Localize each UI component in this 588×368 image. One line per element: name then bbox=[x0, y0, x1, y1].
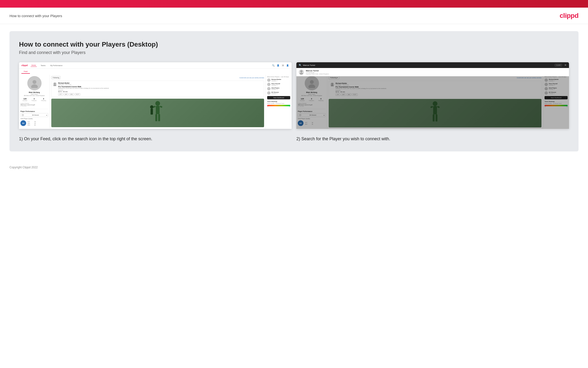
stat-followers: 3 Followers bbox=[32, 98, 36, 101]
svg-point-13 bbox=[308, 84, 315, 88]
player-avatar-2 bbox=[267, 83, 271, 86]
quality-score: 84 bbox=[20, 120, 26, 126]
team-heatmap-title: Team Heatmap bbox=[267, 101, 290, 102]
player-select-2: Eli Vincent ▾ bbox=[298, 113, 325, 117]
header: How to connect with your Players clippd bbox=[0, 8, 588, 24]
svg-rect-9 bbox=[158, 114, 160, 121]
player-avatar-1 bbox=[267, 78, 271, 82]
player-item-2: Piers Parnell Activities: 4 bbox=[267, 83, 290, 86]
following-button[interactable]: Following bbox=[51, 76, 61, 79]
svg-point-16 bbox=[433, 101, 438, 106]
settings-icon[interactable]: ⚙ bbox=[281, 64, 284, 67]
activity-desc: Walking the course with my coach to buil… bbox=[58, 87, 109, 89]
svg-point-3 bbox=[53, 85, 56, 86]
result-club: Cypress Point Club, United Kingdom bbox=[306, 73, 329, 75]
result-name: Marcus Turner bbox=[306, 70, 329, 72]
nav-my-performance[interactable]: My Performance bbox=[49, 64, 63, 67]
svg-rect-17 bbox=[433, 106, 437, 114]
svg-rect-19 bbox=[437, 106, 440, 108]
heatmap-low: -5 bbox=[267, 106, 268, 107]
activity-name: Pre Tournament Course Walk bbox=[58, 86, 109, 87]
page-title: How to connect with your Players bbox=[9, 14, 62, 18]
svg-point-23 bbox=[299, 73, 303, 75]
app-body-1: Blair McHarg Golf Coach Mill Ride Golf C… bbox=[19, 75, 292, 129]
metric-bars: OTT 79 APP 70 bbox=[27, 121, 36, 126]
feed-tab[interactable]: Feed bbox=[21, 70, 30, 74]
caption-2: 2) Search for the Player you wish to con… bbox=[296, 136, 569, 142]
svg-rect-5 bbox=[156, 106, 160, 114]
svg-rect-11 bbox=[150, 109, 153, 115]
close-icon[interactable]: ✕ bbox=[564, 64, 567, 67]
hero-header: How to connect with your Players (Deskto… bbox=[9, 31, 579, 55]
player-avatar bbox=[22, 114, 24, 116]
result-info: Marcus Turner 1.5 Handicap Cypress Point… bbox=[306, 70, 329, 75]
player-perf-title-2: Player Performance bbox=[298, 110, 325, 112]
caption-1: 1) On your Feed, click on the search ico… bbox=[19, 136, 292, 142]
main-content: How to connect with your Players (Deskto… bbox=[0, 24, 588, 161]
search-query: Marcus Turner bbox=[303, 64, 553, 66]
search-icon-overlay: 🔍 bbox=[299, 64, 302, 66]
player-item-3: Hiral Pujara Activities: 3 bbox=[267, 87, 290, 90]
activity-tags: OTT APP ARG PUTT bbox=[58, 93, 109, 96]
right-panel: Most Active Players - Last 30 days Richa… bbox=[265, 75, 292, 129]
svg-rect-20 bbox=[433, 114, 435, 121]
nav-teams[interactable]: Teams bbox=[40, 64, 46, 67]
app-mockup-1: clippd Home Teams My Performance 🔍 👤 ⚙ 👤… bbox=[19, 62, 292, 129]
profile-image-2 bbox=[305, 76, 319, 90]
player-item-1: Richard Butler Activities: 7 bbox=[267, 78, 290, 82]
player-avatar-4 bbox=[267, 91, 271, 95]
latest-activity-date: 27 Jul 2022 bbox=[20, 106, 48, 107]
profile-stats-2: 129 Activities 3 Followers 4 Following bbox=[298, 98, 325, 101]
svg-rect-21 bbox=[436, 114, 438, 121]
app-body-2: Blair McHarg Golf Coach Mill Ride Golf C… bbox=[296, 75, 569, 129]
svg-point-4 bbox=[155, 101, 160, 106]
search-result[interactable]: Marcus Turner 1.5 Handicap Cypress Point… bbox=[296, 68, 569, 76]
stat-following: 4 Following bbox=[41, 98, 46, 101]
svg-point-0 bbox=[33, 80, 36, 84]
player-item-4: Eli Vincent Activities: 1 bbox=[267, 91, 290, 95]
app-logo: clippd bbox=[21, 64, 28, 66]
activity-card: Richard Butler Yesterday - The Grove Pre… bbox=[51, 81, 264, 97]
nav-home[interactable]: Home bbox=[31, 64, 37, 67]
golfer-image-2 bbox=[329, 99, 542, 128]
player-performance-title: Player Performance bbox=[20, 110, 48, 112]
right-panel-2: Most Active Players - Last 30 days Richa… bbox=[543, 75, 569, 129]
svg-point-14 bbox=[331, 83, 333, 85]
player-perf-2: Player Performance Eli Vincent ▾ Total P… bbox=[298, 109, 325, 127]
team-dashboard-button[interactable]: Team Dashboard bbox=[267, 96, 290, 99]
logo: clippd bbox=[560, 12, 579, 19]
middle-content: Following Control who can see your activ… bbox=[50, 75, 265, 129]
hero-title: How to connect with your Players (Deskto… bbox=[19, 41, 569, 48]
result-avatar bbox=[299, 69, 304, 75]
left-panel: Blair McHarg Golf Coach Mill Ride Golf C… bbox=[19, 75, 50, 129]
footer: Copyright Clippd 2022 bbox=[0, 161, 588, 174]
svg-rect-8 bbox=[155, 114, 157, 121]
caption-text-2: 2) Search for the Player you wish to con… bbox=[296, 136, 569, 142]
clear-button[interactable]: CLEAR bbox=[555, 64, 562, 66]
svg-rect-7 bbox=[160, 106, 162, 108]
search-overlay: 🔍 Marcus Turner CLEAR ✕ Marcus Turner 1.… bbox=[296, 62, 569, 76]
profile-image bbox=[27, 76, 42, 90]
control-link[interactable]: Control who can see your activity and da… bbox=[239, 77, 264, 78]
player-avatar-3 bbox=[267, 87, 271, 90]
search-bar: 🔍 Marcus Turner CLEAR ✕ bbox=[296, 62, 569, 68]
copyright: Copyright Clippd 2022 bbox=[9, 166, 38, 169]
svg-point-2 bbox=[54, 83, 56, 85]
middle-2: Following ▾ Control who can see your act… bbox=[327, 75, 543, 129]
heatmap-subtitle: Player Quality - 20 Round Trend bbox=[267, 103, 290, 104]
svg-point-10 bbox=[150, 105, 153, 109]
profile-name: Blair McHarg bbox=[20, 91, 48, 93]
hero-section: How to connect with your Players (Deskto… bbox=[9, 31, 579, 151]
stat-activities: 129 Activities bbox=[23, 98, 27, 101]
avatar-icon[interactable]: 👤 bbox=[286, 64, 289, 67]
left-panel-2: Blair McHarg Golf Coach Mill Ride Golf C… bbox=[296, 75, 327, 129]
app-nav-1: clippd Home Teams My Performance 🔍 👤 ⚙ 👤 bbox=[19, 62, 292, 69]
player-select[interactable]: Eli Vincent ▾ bbox=[20, 113, 48, 117]
player-activities-2: Activities: 4 bbox=[272, 84, 280, 86]
activity-card-2: Richard Butler Yesterday - The Grove Pre… bbox=[329, 81, 542, 97]
tag-arg: ARG bbox=[69, 93, 74, 96]
hero-subtitle: Find and connect with your Players bbox=[19, 50, 569, 55]
user-icon[interactable]: 👤 bbox=[276, 64, 280, 67]
player-activities-3: Activities: 3 bbox=[272, 89, 279, 90]
search-icon[interactable]: 🔍 bbox=[272, 64, 275, 67]
